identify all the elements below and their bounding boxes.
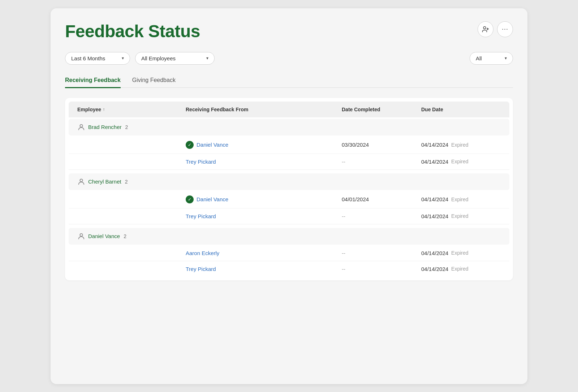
- due-date-cell: 04/14/2024 Expired: [421, 196, 501, 202]
- employee-group-cheryl-barnet[interactable]: Cheryl Barnet 2: [77, 178, 186, 186]
- svg-point-4: [80, 179, 82, 181]
- table-header-row: Employee ↑ Receiving Feedback From Date …: [69, 102, 509, 117]
- tab-giving-feedback[interactable]: Giving Feedback: [132, 73, 176, 88]
- employee-name: Cheryl Barnet: [88, 178, 121, 185]
- group-row: Daniel Vance 2: [69, 228, 509, 245]
- employee-count: 2: [124, 233, 126, 239]
- page-title: Feedback Status: [65, 21, 200, 41]
- table-row: Aaron Eckerly -- 04/14/2024 Expired: [69, 245, 509, 261]
- date-completed-cell: 03/30/2024: [342, 142, 421, 148]
- expired-badge: Expired: [451, 197, 468, 202]
- chevron-down-icon: ▾: [505, 56, 507, 61]
- svg-point-0: [483, 26, 486, 29]
- col-employee: Employee ↑: [77, 107, 186, 112]
- table-row: Trey Pickard -- 04/14/2024 Expired: [69, 154, 509, 170]
- table-row: ✓ Daniel Vance 04/01/2024 04/14/2024 Exp…: [69, 191, 509, 208]
- chevron-down-icon: ▾: [122, 56, 124, 61]
- date-completed-cell: --: [342, 159, 421, 165]
- feedback-from-link[interactable]: ✓ Daniel Vance: [186, 195, 342, 203]
- col-due-date: Due Date: [421, 107, 501, 112]
- person-icon: [77, 123, 85, 131]
- header-actions: ···: [478, 21, 513, 37]
- group-row: Cheryl Barnet 2: [69, 173, 509, 190]
- employees-label: All Employees: [141, 55, 176, 61]
- table-row: Trey Pickard -- 04/14/2024 Expired: [69, 261, 509, 277]
- table-row: ✓ Daniel Vance 03/30/2024 04/14/2024 Exp…: [69, 136, 509, 154]
- date-completed-cell: --: [342, 250, 421, 256]
- tabs-container: Receiving Feedback Giving Feedback: [65, 73, 513, 88]
- due-date-cell: 04/14/2024 Expired: [421, 266, 501, 272]
- due-date-cell: 04/14/2024 Expired: [421, 213, 501, 219]
- completed-icon: ✓: [186, 141, 194, 149]
- time-period-label: Last 6 Months: [71, 55, 105, 61]
- date-completed-cell: --: [342, 266, 421, 272]
- ellipsis-icon: ···: [502, 25, 508, 33]
- date-completed-cell: 04/01/2024: [342, 196, 421, 202]
- sort-icon[interactable]: ↑: [103, 107, 105, 112]
- person-icon: [77, 178, 85, 186]
- time-period-dropdown[interactable]: Last 6 Months ▾: [65, 52, 130, 65]
- feedback-from-link[interactable]: Trey Pickard: [186, 213, 342, 219]
- add-user-button[interactable]: [478, 21, 493, 37]
- feedback-from-link[interactable]: Trey Pickard: [186, 159, 342, 165]
- feedback-from-link[interactable]: Trey Pickard: [186, 266, 342, 272]
- svg-point-5: [80, 233, 82, 236]
- employee-count: 2: [125, 124, 128, 130]
- employee-name: Daniel Vance: [88, 233, 120, 239]
- expired-badge: Expired: [451, 159, 468, 164]
- due-date-cell: 04/14/2024 Expired: [421, 142, 501, 148]
- status-label: All: [476, 55, 482, 61]
- completed-icon: ✓: [186, 195, 194, 203]
- feedback-table: Employee ↑ Receiving Feedback From Date …: [65, 98, 513, 280]
- status-dropdown[interactable]: All ▾: [470, 52, 513, 65]
- group-separator: [65, 224, 513, 227]
- expired-badge: Expired: [451, 250, 468, 256]
- group-row: Brad Rencher 2: [69, 119, 509, 135]
- more-options-button[interactable]: ···: [497, 21, 513, 37]
- employee-group-brad-rencher[interactable]: Brad Rencher 2: [77, 123, 186, 131]
- feedback-from-link[interactable]: ✓ Daniel Vance: [186, 141, 342, 149]
- employees-dropdown[interactable]: All Employees ▾: [135, 52, 215, 65]
- tab-receiving-feedback[interactable]: Receiving Feedback: [65, 73, 121, 88]
- feedback-from-link[interactable]: Aaron Eckerly: [186, 250, 342, 256]
- expired-badge: Expired: [451, 266, 468, 272]
- col-receiving-from: Receiving Feedback From: [186, 107, 342, 112]
- svg-point-3: [80, 124, 82, 127]
- due-date-cell: 04/14/2024 Expired: [421, 159, 501, 165]
- due-date-cell: 04/14/2024 Expired: [421, 250, 501, 256]
- filters-row: Last 6 Months ▾ All Employees ▾ All ▾: [65, 52, 513, 65]
- expired-badge: Expired: [451, 142, 468, 148]
- person-icon: [77, 232, 85, 240]
- group-separator: [65, 170, 513, 173]
- employee-count: 2: [125, 179, 128, 185]
- main-card: Feedback Status ··· Last 6 Months ▾ All …: [51, 8, 527, 384]
- table-row: Trey Pickard -- 04/14/2024 Expired: [69, 208, 509, 224]
- page-header: Feedback Status ···: [65, 21, 513, 41]
- date-completed-cell: --: [342, 213, 421, 219]
- employee-name: Brad Rencher: [88, 124, 122, 130]
- employee-group-daniel-vance[interactable]: Daniel Vance 2: [77, 232, 186, 240]
- expired-badge: Expired: [451, 213, 468, 219]
- col-date-completed: Date Completed: [342, 107, 421, 112]
- chevron-down-icon: ▾: [206, 56, 208, 61]
